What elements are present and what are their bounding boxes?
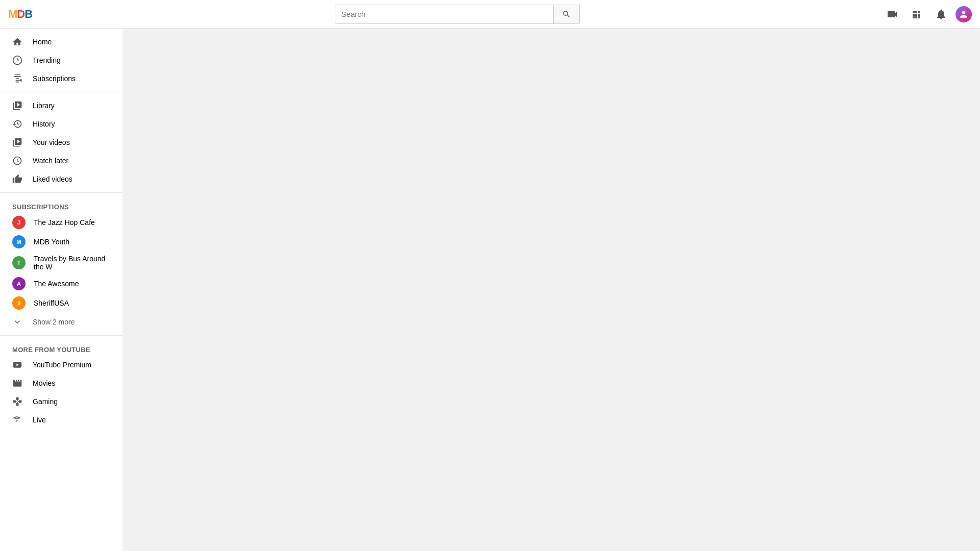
sidebar-item-subscriptions[interactable]: Subscriptions xyxy=(0,69,122,88)
movies-label: Movies xyxy=(33,379,55,387)
camera-icon xyxy=(886,8,898,20)
show-more-button[interactable]: Show 2 more xyxy=(0,313,122,331)
library-icon xyxy=(12,101,22,111)
liked-videos-label: Liked videos xyxy=(33,175,72,183)
sidebar-item-home[interactable]: Home xyxy=(0,33,122,51)
subscription-travels-bus[interactable]: T Travels by Bus Around the W xyxy=(0,252,122,274)
subscriptions-icon xyxy=(12,73,22,84)
jazz-hop-label: The Jazz Hop Cafe xyxy=(34,218,95,227)
jazz-hop-avatar: J xyxy=(12,216,26,229)
nav-section: Home Trending Subscriptions xyxy=(0,29,122,92)
home-label: Home xyxy=(33,38,52,46)
travels-bus-avatar: T xyxy=(12,256,26,269)
subscription-sheriffusa[interactable]: S SheriffUSA xyxy=(0,293,122,313)
subscription-jazz-hop[interactable]: J The Jazz Hop Cafe xyxy=(0,213,122,232)
subscriptions-section: SUBSCRIPTIONS J The Jazz Hop Cafe M MDB … xyxy=(0,193,122,336)
header-center xyxy=(335,5,580,24)
subscription-mdb-youth[interactable]: M MDB Youth xyxy=(0,232,122,252)
gaming-icon xyxy=(12,396,22,407)
yt-premium-label: YouTube Premium xyxy=(33,361,91,369)
your-videos-label: Your videos xyxy=(33,138,70,146)
logo[interactable]: MDB xyxy=(8,8,32,21)
show-more-label: Show 2 more xyxy=(33,318,75,326)
grid-button[interactable] xyxy=(906,4,927,24)
the-awesome-label: The Awesome xyxy=(34,280,79,288)
search-box xyxy=(335,5,580,24)
sidebar-item-live[interactable]: Live xyxy=(0,411,122,429)
bell-button[interactable] xyxy=(931,4,951,24)
camera-button[interactable] xyxy=(882,4,902,24)
sidebar-item-yt-premium[interactable]: YouTube Premium xyxy=(0,356,122,374)
grid-icon xyxy=(911,8,923,20)
live-label: Live xyxy=(33,416,46,424)
mdb-youth-label: MDB Youth xyxy=(34,238,69,246)
live-icon xyxy=(12,415,22,425)
subscription-the-awesome[interactable]: A The Awesome xyxy=(0,274,122,293)
history-icon xyxy=(12,119,22,129)
sidebar-item-liked-videos[interactable]: Liked videos xyxy=(0,170,122,188)
library-section: Library History Your videos Watch later xyxy=(0,92,122,193)
movies-icon xyxy=(12,378,22,388)
sidebar: Home Trending Subscriptions xyxy=(0,29,122,551)
the-awesome-avatar: A xyxy=(12,277,26,290)
watch-later-icon xyxy=(12,156,22,166)
sheriffusa-avatar: S xyxy=(12,296,26,310)
main-content xyxy=(122,29,980,551)
sheriffusa-label: SheriffUSA xyxy=(34,299,69,307)
user-avatar[interactable] xyxy=(955,6,972,22)
body: Home Trending Subscriptions xyxy=(0,29,980,551)
trending-label: Trending xyxy=(33,56,61,64)
history-label: History xyxy=(33,120,55,128)
chevron-down-icon xyxy=(12,317,22,327)
sidebar-item-history[interactable]: History xyxy=(0,115,122,133)
sidebar-item-library[interactable]: Library xyxy=(0,96,122,115)
home-icon xyxy=(12,37,22,47)
sidebar-item-your-videos[interactable]: Your videos xyxy=(0,133,122,152)
sidebar-item-gaming[interactable]: Gaming xyxy=(0,392,122,411)
sidebar-item-watch-later[interactable]: Watch later xyxy=(0,152,122,170)
search-input[interactable] xyxy=(335,5,553,23)
your-videos-icon xyxy=(12,137,22,147)
more-from-title: MORE FROM YOUTUBE xyxy=(0,340,122,356)
gaming-label: Gaming xyxy=(33,397,58,406)
search-icon xyxy=(562,10,571,19)
yt-premium-icon xyxy=(12,360,22,370)
sidebar-item-trending[interactable]: Trending xyxy=(0,51,122,69)
trending-icon xyxy=(12,55,22,65)
header-left: MDB xyxy=(8,8,32,21)
travels-bus-label: Travels by Bus Around the W xyxy=(34,255,110,271)
header-right xyxy=(882,4,972,24)
header: MDB xyxy=(0,0,980,29)
library-label: Library xyxy=(33,102,55,110)
more-from-section: MORE FROM YOUTUBE YouTube Premium Movies… xyxy=(0,336,122,433)
watch-later-label: Watch later xyxy=(33,157,68,165)
mdb-youth-avatar: M xyxy=(12,235,26,248)
sidebar-item-movies[interactable]: Movies xyxy=(0,374,122,392)
subscriptions-label: Subscriptions xyxy=(33,74,76,83)
liked-videos-icon xyxy=(12,174,22,184)
subscriptions-title: SUBSCRIPTIONS xyxy=(0,197,122,213)
avatar-icon xyxy=(959,9,969,19)
bell-icon xyxy=(935,8,947,20)
search-button[interactable] xyxy=(553,5,579,23)
